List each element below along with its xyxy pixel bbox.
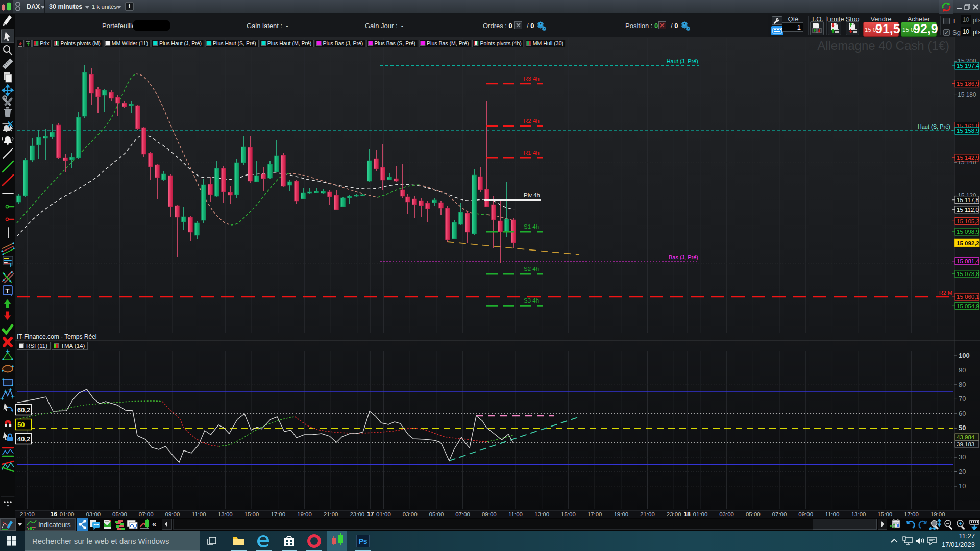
svg-text:17:00: 17:00 (587, 511, 602, 517)
svg-text:15 180: 15 180 (958, 91, 976, 98)
svg-text:07:00: 07:00 (455, 511, 470, 517)
svg-text:IT-Finance.com - Temps Réel: IT-Finance.com - Temps Réel (17, 333, 97, 340)
svg-text:T: T (6, 287, 10, 295)
svg-text:01:00: 01:00 (60, 511, 75, 517)
svg-text:23:00: 23:00 (667, 511, 681, 517)
svg-text:15 073,8: 15 073,8 (957, 271, 979, 277)
svg-text:23:00: 23:00 (350, 511, 364, 517)
svg-text:S3 4h: S3 4h (524, 297, 539, 304)
svg-text:11:00: 11:00 (508, 511, 523, 517)
svg-text:80: 80 (959, 381, 966, 388)
svg-text:09:00: 09:00 (165, 511, 180, 517)
svg-text:F: F (10, 262, 13, 268)
svg-text:03:00: 03:00 (86, 511, 101, 517)
svg-text:01:00: 01:00 (693, 511, 708, 517)
svg-text:R1 4h: R1 4h (524, 149, 540, 156)
svg-text:15 060,1: 15 060,1 (957, 294, 979, 300)
svg-text:Allemagne 40 Cash (1€): Allemagne 40 Cash (1€) (817, 39, 949, 53)
svg-text:21:00: 21:00 (640, 511, 655, 517)
svg-text:18: 18 (683, 511, 691, 518)
svg-text:15 197,4: 15 197,4 (957, 63, 979, 69)
svg-text:Piv 4h: Piv 4h (524, 192, 540, 198)
svg-text:05:00: 05:00 (746, 511, 761, 517)
svg-text:30: 30 (959, 453, 966, 461)
svg-text:19:00: 19:00 (614, 511, 628, 517)
svg-text:03:00: 03:00 (403, 511, 418, 517)
svg-text:90: 90 (959, 366, 966, 374)
svg-text:15 142,9: 15 142,9 (957, 155, 979, 161)
svg-text:13:00: 13:00 (218, 511, 233, 517)
svg-text:Bas (J, Pré): Bas (J, Pré) (669, 254, 698, 260)
svg-text:07:00: 07:00 (772, 511, 787, 517)
svg-text:21:00: 21:00 (324, 511, 338, 517)
svg-text:05:00: 05:00 (112, 511, 127, 517)
svg-text:15 105,2: 15 105,2 (957, 218, 979, 224)
svg-text:40,2: 40,2 (17, 435, 30, 443)
svg-text:19:00: 19:00 (930, 511, 945, 517)
svg-text:15:00: 15:00 (561, 511, 576, 517)
svg-text:17:00: 17:00 (271, 511, 285, 517)
svg-text:13:00: 13:00 (851, 511, 866, 517)
svg-text:10: 10 (959, 482, 966, 490)
svg-text:15 054,9: 15 054,9 (957, 303, 979, 309)
svg-text:20: 20 (959, 468, 966, 475)
svg-text:50: 50 (17, 421, 24, 429)
svg-text:15 112,0: 15 112,0 (957, 207, 979, 213)
svg-text:09:00: 09:00 (482, 511, 497, 517)
svg-text:R2 M: R2 M (939, 290, 952, 296)
svg-text:03:00: 03:00 (719, 511, 734, 517)
svg-text:11:00: 11:00 (192, 511, 206, 517)
svg-text:R2 4h: R2 4h (524, 118, 540, 124)
svg-text:07:00: 07:00 (139, 511, 154, 517)
svg-text:17: 17 (367, 511, 374, 518)
svg-text:50: 50 (959, 424, 966, 432)
svg-text:S2 4h: S2 4h (524, 266, 539, 272)
svg-text:15 098,9: 15 098,9 (957, 229, 979, 235)
svg-text:16: 16 (51, 511, 58, 518)
svg-text:17:00: 17:00 (904, 511, 919, 517)
svg-text:60: 60 (959, 410, 966, 417)
svg-text:Haut (J, Pré): Haut (J, Pré) (667, 58, 698, 64)
svg-text:70: 70 (959, 395, 966, 403)
svg-text:15 158,9: 15 158,9 (957, 128, 979, 134)
svg-text:Haut (S, Pré): Haut (S, Pré) (918, 123, 950, 130)
svg-text:15:00: 15:00 (244, 511, 259, 517)
svg-text:21:00: 21:00 (20, 511, 35, 517)
svg-text:11:00: 11:00 (825, 511, 839, 517)
svg-text:15 117,8: 15 117,8 (957, 197, 979, 203)
svg-text:05:00: 05:00 (429, 511, 444, 517)
svg-text:S1 4h: S1 4h (524, 223, 539, 230)
svg-text:60,2: 60,2 (17, 406, 30, 414)
svg-text:15:00: 15:00 (877, 511, 892, 517)
svg-text:19:00: 19:00 (297, 511, 312, 517)
svg-text:13:00: 13:00 (534, 511, 549, 517)
svg-text:15 186,9: 15 186,9 (957, 81, 979, 87)
svg-text:39,183: 39,183 (957, 441, 974, 447)
svg-text:01:00: 01:00 (376, 511, 391, 517)
svg-text:09:00: 09:00 (798, 511, 813, 517)
svg-text:15 092,2: 15 092,2 (957, 240, 979, 246)
svg-text:R3 4h: R3 4h (524, 76, 540, 82)
svg-text:43,984: 43,984 (957, 434, 975, 440)
svg-text:15 081,4: 15 081,4 (957, 258, 979, 264)
svg-text:100: 100 (959, 352, 970, 359)
